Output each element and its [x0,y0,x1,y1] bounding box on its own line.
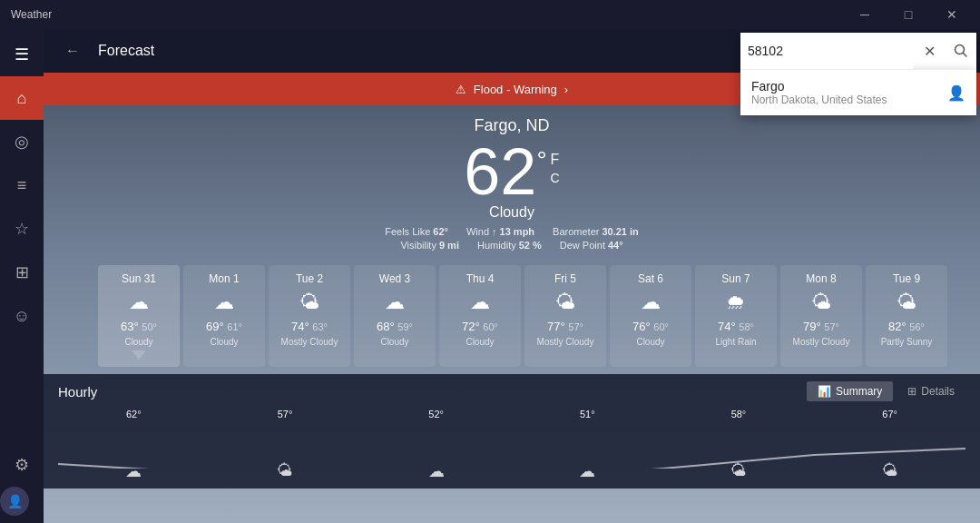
search-result-item[interactable]: Fargo North Dakota, United States 👤 [740,70,976,115]
high-temp: 79° [803,320,821,333]
day-condition: Cloudy [124,337,152,347]
day-condition: Mostly Cloudy [537,337,594,347]
sidebar-item-favorites[interactable]: ☆ [0,207,44,251]
day-temps: 74° 63° [291,320,328,333]
unit-c[interactable]: C [551,170,560,188]
hourly-icon: 🌤 [882,461,898,481]
sidebar-bottom: ⚙ 👤 [0,443,44,516]
main-content: ← Forecast ☆ ⚑ ⋯ ✕ [44,29,980,523]
hourly-buttons: 📊 Summary ⊞ Details [807,381,965,401]
forecast-day[interactable]: Tue 2 🌤 74° 63° Mostly Cloudy [269,265,350,367]
day-temps: 74° 58° [718,320,754,333]
search-input[interactable] [740,33,914,69]
forecast-day[interactable]: Mon 8 🌤 79° 57° Mostly Cloudy [780,265,862,367]
titlebar: Weather ─ □ ✕ [0,0,980,29]
close-button[interactable]: ✕ [931,0,973,29]
summary-button[interactable]: 📊 Summary [807,381,893,401]
day-icon: 🌧 [726,291,746,314]
sidebar-item-emoji[interactable]: ☺ [0,294,44,338]
search-go-button[interactable] [946,33,977,69]
forecast-day[interactable]: Thu 4 ☁ 72° 60° Cloudy [439,265,521,367]
avatar[interactable]: 👤 [0,487,29,516]
low-temp: 59° [397,321,413,332]
weather-background: ⚠ Flood - Warning › Fargo, ND 62 ° F C C… [44,73,980,523]
day-icon: ☁ [470,291,490,314]
forecast-strip: Sun 31 ☁ 63° 50° Cloudy Mon 1 ☁ 69° 61° … [44,258,980,374]
sidebar-item-grid[interactable]: ⊞ [0,251,44,294]
hourly-temp: 51° [580,409,595,419]
minimize-button[interactable]: ─ [844,0,886,29]
high-temp: 69° [206,320,224,333]
temperature-value: 62 [464,139,536,204]
details-button[interactable]: ⊞ Details [897,381,965,401]
weather-details: Feels Like 62° Wind ↑ 13 mph Barometer 3… [385,226,639,237]
day-icon: ☁ [214,291,234,314]
day-temps: 68° 59° [377,320,413,333]
day-icon: ☁ [129,291,149,314]
sidebar-item-home[interactable]: ⌂ [0,76,44,120]
hourly-chart: 62°57°52°51°58°67° ☁🌤☁☁🌤🌤 [58,409,965,481]
day-name: Mon 8 [806,272,836,285]
low-temp: 63° [312,321,328,332]
day-temps: 63° 50° [121,320,157,333]
day-name: Sun 7 [721,272,750,285]
low-temp: 57° [824,321,839,332]
forecast-day[interactable]: Tue 9 🌤 82° 56° Partly Sunny [866,265,947,367]
day-condition: Partly Sunny [881,337,933,347]
maximize-button[interactable]: □ [887,0,929,29]
temperature-units: F C [551,150,560,188]
day-icon: 🌤 [299,291,319,314]
alert-icon: ⚠ [456,83,466,96]
day-temps: 69° 61° [206,320,242,333]
forecast-day[interactable]: Wed 3 ☁ 68° 59° Cloudy [354,265,436,367]
high-temp: 76° [632,320,651,333]
high-temp: 68° [377,320,395,333]
hourly-temp: 57° [278,409,293,419]
forecast-day[interactable]: Mon 1 ☁ 69° 61° Cloudy [183,265,265,367]
forecast-day[interactable]: Sun 7 🌧 74° 58° Light Rain [695,265,777,367]
hourly-temp: 52° [428,409,444,419]
today-indicator [132,350,146,360]
day-name: Sat 6 [638,272,663,285]
day-icon: ☁ [641,291,661,314]
feels-like: Feels Like 62° [385,226,448,237]
summary-label: Summary [836,385,882,398]
sidebar-menu-button[interactable]: ☰ [0,33,44,76]
hourly-title: Hourly [58,384,97,400]
sidebar: ☰ ⌂ ◎ ≡ ☆ ⊞ ☺ ⚙ 👤 [0,29,44,523]
forecast-day[interactable]: Sun 31 ☁ 63° 50° Cloudy [98,265,180,367]
sidebar-item-settings[interactable]: ⚙ [0,443,44,487]
hourly-temp: 67° [882,409,897,419]
day-icon: 🌤 [555,291,575,314]
day-condition: Mostly Cloudy [281,337,338,347]
hourly-icons: ☁🌤☁☁🌤🌤 [58,461,965,481]
low-temp: 58° [739,321,754,332]
sidebar-item-news[interactable]: ◎ [0,120,44,163]
search-result-city: Fargo [751,79,887,94]
hourly-section: Hourly 📊 Summary ⊞ Details 62°57°52°51°5… [44,374,980,488]
day-condition: Mostly Cloudy [793,337,850,347]
weather-condition: Cloudy [489,204,534,221]
hourly-icon: 🌤 [730,461,747,481]
search-clear-button[interactable]: ✕ [914,33,946,69]
search-container: ✕ Fargo North Dakota, United States 👤 [740,33,976,115]
dew-point: Dew Point 44° [560,240,623,251]
day-icon: 🌤 [897,291,916,314]
day-name: Fri 5 [554,272,576,285]
forecast-day[interactable]: Fri 5 🌤 77° 57° Mostly Cloudy [524,265,606,367]
forecast-day[interactable]: Sat 6 ☁ 76° 60° Cloudy [610,265,691,367]
sidebar-item-chart[interactable]: ≡ [0,163,44,207]
back-button[interactable]: ← [54,33,91,69]
search-result-region: North Dakota, United States [751,94,887,106]
details-icon: ⊞ [907,385,916,398]
app-layout: ☰ ⌂ ◎ ≡ ☆ ⊞ ☺ ⚙ 👤 ← Forecast ☆ ⚑ ⋯ ✕ [0,29,980,523]
low-temp: 56° [909,321,925,332]
temperature-row: 62 ° F C [464,139,559,204]
visibility: Visibility 9 mi [400,240,459,251]
unit-f[interactable]: F [551,150,560,170]
high-temp: 63° [121,320,139,333]
search-result-info: Fargo North Dakota, United States [751,79,887,106]
high-temp: 82° [888,320,906,333]
low-temp: 60° [483,321,498,332]
search-box: ✕ [740,33,976,69]
